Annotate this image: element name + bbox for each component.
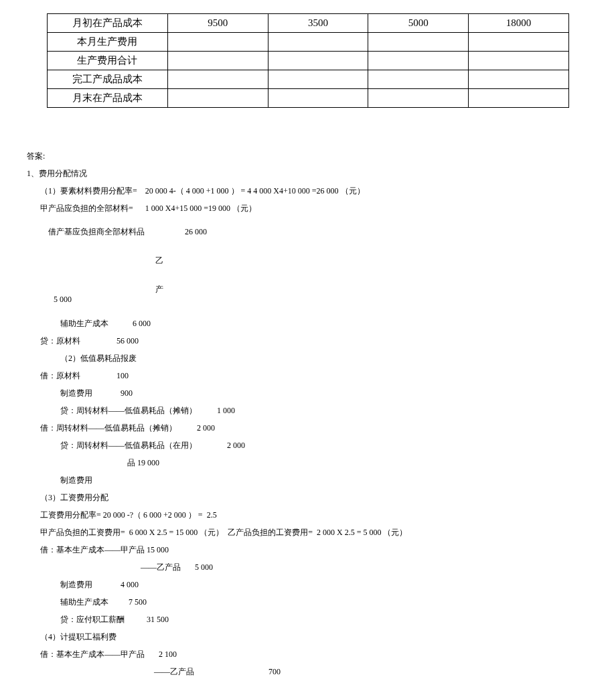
text-span: ——乙产品 700 (154, 667, 281, 676)
cell (167, 89, 268, 108)
text-line: （1）要素材料费用分配率= 20 000 4-（ 4 000 +1 000 ） … (27, 183, 589, 199)
cell (167, 70, 268, 89)
text-line: 借产基应负担商全部材料品26 000 乙 产 5 000 (27, 218, 589, 314)
text-line: 工资费用分配率= 20 000 -?（ 6 000 +2 000 ） = 2.5 (27, 507, 589, 523)
text-line: （2）低值易耗品报废 (27, 350, 589, 366)
text-line: ——乙产品 5 000 (27, 559, 589, 575)
cell (469, 89, 569, 108)
text-line: 品 19 000 (27, 455, 589, 471)
table-row: 月末在产品成本 (48, 89, 569, 108)
cell (268, 33, 368, 52)
answer-content: 答案: 1、费用分配情况 （1）要素材料费用分配率= 20 000 4-（ 4 … (27, 148, 589, 681)
table-row: 完工产成品成本 (48, 70, 569, 89)
text-line: 借：基本生产成本——甲产品 15 000 (27, 542, 589, 558)
table-row: 本月生产费用 (48, 33, 569, 52)
text-line: 借：原材料 100 (27, 368, 589, 384)
text-line: 贷：周转材料——低值易耗品（在用） 2 000 (27, 437, 589, 453)
text-line: 制造费用 (27, 472, 589, 488)
cell (368, 89, 469, 108)
text-span: 产 (155, 285, 163, 294)
section-title: 1、费用分配情况 (27, 165, 589, 181)
table-row: 月初在产品成本 9500 3500 5000 18000 (48, 14, 569, 33)
text-line: 贷：原材料 56 000 (27, 333, 589, 349)
cell (268, 52, 368, 70)
text-span: 品 19 000 (127, 458, 159, 467)
text-line: 甲产品负担的工资费用= 6 000 X 2.5 = 15 000 （元） 乙产品… (27, 524, 589, 540)
cell (167, 33, 268, 52)
cell: 9500 (167, 14, 268, 33)
text-span: 借产基应负担商全部材料品 (48, 227, 145, 236)
cell: 18000 (469, 14, 569, 33)
text-line: 贷：周转材料——低值易耗品（摊销） 1 000 (27, 402, 589, 419)
cell (268, 70, 368, 89)
answer-label: 答案: (27, 148, 589, 164)
cell: 5000 (368, 14, 469, 33)
row-label: 本月生产费用 (48, 33, 168, 52)
text-line: 甲产品应负担的全部材料= 1 000 X4+15 000 =19 000 （元） (27, 200, 589, 216)
cell (268, 89, 368, 108)
cell (469, 70, 569, 89)
text-line: 制造费用 900 (27, 385, 589, 401)
cell (368, 33, 469, 52)
text-line: 制造费用 4 000 (27, 577, 589, 593)
text-line: 贷：应付职工薪酬 31 500 (27, 611, 589, 627)
table-row: 生产费用合计 (48, 52, 569, 70)
row-label: 月初在产品成本 (48, 14, 168, 33)
text-line: （3）工资费用分配 (27, 489, 589, 506)
cell (368, 70, 469, 89)
cost-table: 月初在产品成本 9500 3500 5000 18000 本月生产费用 生产费用… (47, 13, 569, 108)
text-line: 借：基本生产成本——甲产品 2 100 (27, 646, 589, 662)
cell (469, 52, 569, 70)
cell (368, 52, 469, 70)
text-line: （4）计提职工福利费 (27, 629, 589, 645)
row-label: 生产费用合计 (48, 52, 168, 70)
text-line: 借：周转材料——低值易耗品（摊销） 2 000 (27, 420, 589, 436)
text-line: 辅助生产成本 6 000 (27, 315, 589, 331)
text-span: ——乙产品 5 000 (141, 562, 213, 572)
text-line: ——乙产品 700 (27, 664, 589, 680)
text-span: 26 000 (185, 227, 207, 236)
text-span: 5 000 (54, 295, 72, 304)
row-label: 月末在产品成本 (48, 89, 168, 108)
text-line: 辅助生产成本 7 500 (27, 594, 589, 610)
cell (167, 52, 268, 70)
row-label: 完工产成品成本 (48, 70, 168, 89)
text-span: 乙 (155, 256, 163, 265)
cell: 3500 (268, 14, 368, 33)
cell (469, 33, 569, 52)
